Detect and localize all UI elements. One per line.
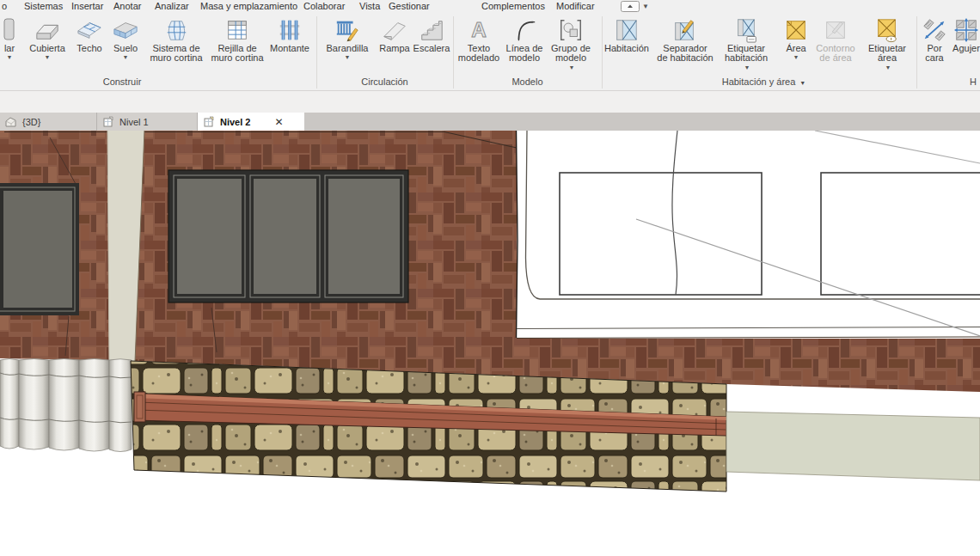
area-icon [782, 17, 810, 43]
dropdown-caret: ▼ [21, 55, 73, 60]
panel-toggle-icon [621, 1, 640, 12]
room-separator-icon [671, 17, 699, 43]
panel-label-habitacion-y-area[interactable]: Habitación y área ▼ [602, 76, 926, 89]
floor-icon [112, 17, 139, 43]
roof-opening-1[interactable] [560, 173, 762, 295]
ribbon-item-montante[interactable]: Montante [264, 15, 315, 89]
panel-label-construir[interactable]: Construir [0, 76, 244, 89]
ribbon-tab-sistemas[interactable]: Sistemas [24, 1, 63, 11]
area-boundary-icon [822, 17, 849, 43]
ribbon-tab-bar: o Sistemas Insertar Anotar Analizar Masa… [0, 0, 980, 15]
room-tag-icon [732, 17, 760, 43]
model-3d-view [0, 131, 980, 556]
window-triple[interactable] [168, 170, 408, 302]
ribbon: lar ▼ Cubierta ▼ Techo [0, 15, 980, 91]
dropdown-caret: ▼ [546, 63, 597, 72]
view-tab-nivel-2[interactable]: Nivel 2 ✕ [198, 113, 304, 131]
panel-label-modelo[interactable]: Modelo [453, 76, 602, 89]
ribbon-tab-masa[interactable]: Masa y emplazamiento [200, 1, 297, 11]
model-text-icon: A [465, 17, 493, 43]
svg-text:A: A [471, 18, 487, 41]
ribbon-tab-gestionar[interactable]: Gestionar [389, 1, 430, 11]
chevron-down-icon: ▼ [799, 80, 805, 86]
ribbon-tab-analizar[interactable]: Analizar [155, 1, 189, 11]
roof-opening-2[interactable] [821, 173, 980, 295]
column-icon [3, 17, 15, 43]
railing-icon [334, 17, 361, 43]
ramp-icon [381, 17, 408, 43]
by-face-icon [921, 17, 948, 43]
ribbon-collapse-control[interactable]: ▼ [621, 1, 649, 12]
plan-view-icon [203, 116, 215, 128]
roof-icon [34, 17, 61, 43]
dropdown-caret: ▼ [0, 55, 19, 60]
ribbon-tab-anotar[interactable]: Anotar [113, 1, 141, 11]
mullion-icon [276, 17, 303, 43]
view-tab-nivel-1[interactable]: Nivel 1 [97, 113, 198, 131]
log-column-wall[interactable] [0, 359, 132, 452]
dropdown-caret: ▼ [320, 55, 375, 60]
ribbon-tab-colaborar[interactable]: Colaborar [303, 1, 345, 11]
view-tab-bar: {3D} Nivel 1 Nivel 2 ✕ [0, 113, 980, 131]
panel-label-circulacion[interactable]: Circulación [316, 76, 453, 89]
dropdown-caret: ▼ [107, 55, 144, 60]
dropdown-caret: ▼ [718, 63, 776, 72]
ground-slab[interactable] [726, 412, 980, 480]
reference-line-2 [815, 131, 980, 163]
panel-label-hueco-partial[interactable]: H [926, 76, 980, 89]
opening-icon [952, 17, 980, 43]
drawing-area[interactable] [0, 131, 980, 556]
ribbon-tab-complementos[interactable]: Complementos [481, 1, 545, 11]
dropdown-caret: ▼ [863, 63, 913, 72]
ribbon-tab-partial[interactable]: o [2, 1, 7, 11]
model-line-icon [511, 17, 538, 43]
ribbon-tab-insertar[interactable]: Insertar [71, 1, 103, 11]
close-tab-icon[interactable]: ✕ [274, 116, 283, 128]
home-3d-icon [5, 116, 17, 128]
dropdown-caret: ▼ [781, 55, 811, 60]
ribbon-tab-modificar[interactable]: Modificar [556, 1, 595, 11]
chevron-down-icon: ▼ [642, 3, 649, 10]
roof-plane[interactable] [517, 131, 980, 336]
curtain-grid-icon [224, 17, 251, 43]
ceiling-icon [76, 17, 103, 43]
tabbar-filler [304, 113, 980, 131]
area-tag-icon [873, 17, 901, 43]
view-tab-3d[interactable]: {3D} [0, 113, 97, 131]
model-group-icon [557, 17, 585, 43]
curtain-system-icon [162, 17, 190, 43]
room-icon [613, 17, 640, 43]
options-bar-empty [0, 91, 980, 113]
window-left[interactable] [0, 183, 79, 315]
ribbon-tab-vista[interactable]: Vista [359, 1, 380, 11]
plan-view-icon [102, 116, 114, 128]
revit-window: o Sistemas Insertar Anotar Analizar Masa… [0, 0, 980, 556]
stairs-icon [418, 17, 445, 43]
